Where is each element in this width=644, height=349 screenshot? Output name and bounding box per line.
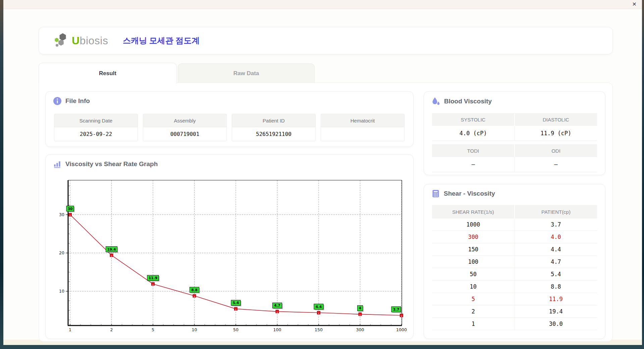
- file-info-fields: Scanning Date2025-09-22Assembly000719001…: [54, 114, 405, 141]
- svg-text:50: 50: [233, 327, 238, 332]
- table-row: 505.4: [432, 268, 597, 281]
- bv-header-row: SYSTOLICDIASTOLIC: [432, 113, 597, 126]
- shear-viscosity-title-text: Shear - Viscosity: [444, 190, 495, 197]
- close-icon[interactable]: ✕: [632, 1, 637, 8]
- calculator-icon: [431, 189, 440, 198]
- shear-rate-cell: 2: [432, 305, 515, 317]
- bv-value: 11.9 (cP): [515, 126, 597, 141]
- tab-result[interactable]: Result: [39, 63, 177, 84]
- file-info-field: Scanning Date2025-09-22: [54, 114, 138, 141]
- svg-text:4: 4: [359, 306, 361, 310]
- field-value: [321, 127, 405, 141]
- svg-text:30: 30: [68, 207, 73, 211]
- patient-cell: 11.9: [515, 293, 597, 305]
- bv-label: SYSTOLIC: [432, 113, 515, 126]
- svg-text:300: 300: [356, 327, 364, 332]
- bv-value: –: [432, 157, 515, 172]
- blood-viscosity-card: Blood Viscosity SYSTOLICDIASTOLIC4.0 (cP…: [424, 91, 605, 175]
- shear-table-body: 10003.73004.01504.41004.7505.4108.8511.9…: [432, 218, 597, 330]
- shear-rate-cell: 1000: [432, 218, 515, 231]
- shear-viscosity-table: SHEAR RATE(1/s) PATIENT(cp) 10003.73004.…: [432, 205, 597, 330]
- tab-raw-data[interactable]: Raw Data: [178, 63, 315, 83]
- shear-viscosity-title: Shear - Viscosity: [431, 189, 495, 198]
- svg-text:10: 10: [192, 327, 197, 332]
- field-value: 52651921100: [232, 127, 316, 141]
- patient-cell: 4.7: [515, 256, 597, 268]
- svg-text:10: 10: [59, 289, 64, 294]
- shear-viscosity-card: Shear - Viscosity SHEAR RATE(1/s) PATIEN…: [424, 184, 605, 339]
- file-info-title-text: File Info: [65, 97, 90, 105]
- table-row: 130.0: [432, 318, 597, 330]
- viscosity-graph-card: 102030125105010015030010003019.411.98.85…: [45, 154, 414, 339]
- patient-cell: 3.7: [515, 218, 597, 231]
- bv-label: ODI: [515, 144, 597, 157]
- file-info-title: File Info: [53, 97, 90, 105]
- brand-rest: biosis: [80, 35, 108, 47]
- shear-rate-cell: 50: [432, 268, 515, 280]
- svg-text:150: 150: [315, 327, 323, 332]
- blood-viscosity-title: Blood Viscosity: [431, 97, 492, 106]
- svg-text:1: 1: [69, 327, 71, 332]
- graph-title: Viscosity vs Shear Rate Graph: [53, 160, 158, 168]
- svg-text:5.4: 5.4: [233, 301, 239, 305]
- patient-cell: 4.0: [515, 231, 597, 243]
- shear-rate-cell: 1: [432, 318, 515, 330]
- desktop: ✕ Ubiosis 스캐닝 모세관 점도계 Result Raw Data Fi…: [0, 0, 644, 349]
- bar-chart-icon: [53, 160, 62, 168]
- field-value: 000719001: [143, 127, 227, 141]
- svg-text:11.9: 11.9: [149, 276, 157, 280]
- bv-header-row: TODIODI: [432, 144, 597, 157]
- app-window: ✕ Ubiosis 스캐닝 모세관 점도계 Result Raw Data Fi…: [3, 0, 642, 345]
- shear-table-header: SHEAR RATE(1/s) PATIENT(cp): [432, 205, 597, 218]
- bv-gap: [432, 141, 597, 144]
- app-title: 스캐닝 모세관 점도계: [123, 35, 200, 46]
- patient-cell: 19.4: [515, 305, 597, 317]
- bv-value: –: [515, 157, 597, 172]
- svg-text:100: 100: [273, 327, 281, 332]
- file-info-field: Assembly000719001: [143, 114, 227, 141]
- svg-text:30: 30: [59, 212, 64, 217]
- svg-text:5: 5: [152, 327, 154, 332]
- svg-text:19.4: 19.4: [107, 247, 116, 251]
- header-card: Ubiosis 스캐닝 모세관 점도계: [39, 27, 613, 54]
- svg-text:3.7: 3.7: [393, 307, 399, 311]
- brand-name: Ubiosis: [72, 35, 108, 47]
- bv-label: DIASTOLIC: [515, 113, 597, 126]
- table-row: 10003.7: [432, 218, 597, 231]
- table-row: 108.8: [432, 281, 597, 293]
- bv-value-row: 4.0 (cP)11.9 (cP): [432, 126, 597, 141]
- brand-logo: Ubiosis: [54, 33, 108, 48]
- table-row: 1504.4: [432, 243, 597, 256]
- svg-text:2: 2: [110, 327, 113, 332]
- table-row: 511.9: [432, 293, 597, 305]
- field-label: Scanning Date: [54, 114, 138, 127]
- graph-title-text: Viscosity vs Shear Rate Graph: [65, 160, 158, 168]
- field-label: Patient ID: [232, 114, 316, 127]
- field-label: Hematocrit: [321, 114, 405, 127]
- ubiosis-hexagon-logo-icon: [54, 33, 69, 48]
- window-titlebar: ✕: [3, 0, 642, 9]
- table-row: 1004.7: [432, 256, 597, 268]
- brand-u: U: [72, 35, 80, 47]
- svg-text:4.7: 4.7: [274, 303, 280, 307]
- bv-label: TODI: [432, 144, 515, 157]
- viscosity-shear-rate-chart: 102030125105010015030010003019.411.98.85…: [46, 155, 413, 339]
- file-info-card: File Info Scanning Date2025-09-22Assembl…: [45, 91, 414, 147]
- svg-text:4.4: 4.4: [316, 305, 322, 309]
- svg-text:20: 20: [59, 250, 64, 255]
- shear-rate-column-header: SHEAR RATE(1/s): [432, 205, 515, 218]
- patient-cell: 5.4: [515, 268, 597, 280]
- svg-text:8.8: 8.8: [191, 288, 198, 292]
- blood-viscosity-tables: SYSTOLICDIASTOLIC4.0 (cP)11.9 (cP)TODIOD…: [432, 113, 597, 172]
- patient-cell: 30.0: [515, 318, 597, 330]
- svg-text:1000: 1000: [396, 327, 407, 332]
- field-value: 2025-09-22: [54, 127, 138, 141]
- blood-viscosity-title-text: Blood Viscosity: [444, 98, 492, 105]
- info-icon: [53, 97, 62, 105]
- field-label: Assembly: [143, 114, 227, 127]
- table-row: 219.4: [432, 305, 597, 318]
- patient-cell: 4.4: [515, 243, 597, 255]
- blood-drops-icon: [431, 97, 440, 106]
- shear-rate-cell: 300: [432, 231, 515, 243]
- bv-value: 4.0 (cP): [432, 126, 515, 141]
